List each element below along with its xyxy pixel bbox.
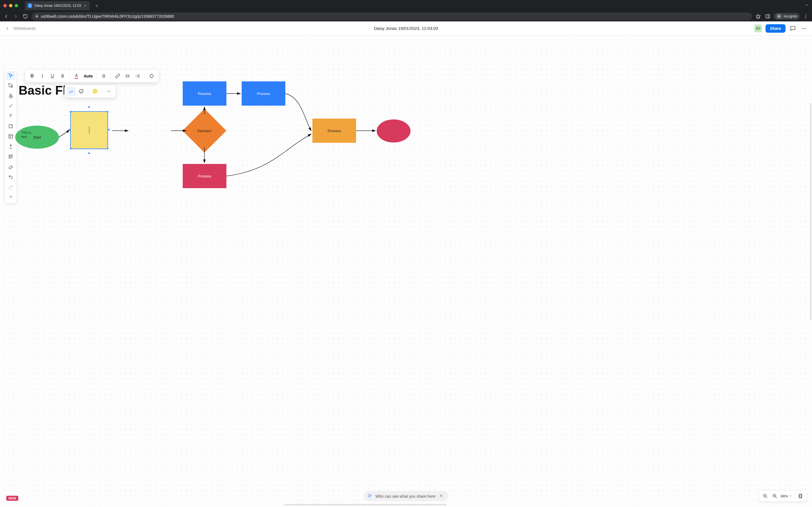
label: Process [198,174,211,178]
start-label: Start [33,135,41,139]
process-blue-1[interactable]: Process [183,81,226,106]
resize-handle-tr[interactable] [106,111,109,113]
svg-point-29 [126,75,126,75]
toolbar-separator [69,73,70,79]
underline-button[interactable]: U [48,71,57,80]
svg-line-13 [9,105,12,108]
toolbar-separator [88,88,88,94]
document-title[interactable]: Daisy Jonas 19/01/2023, 12:03:03 [374,26,438,31]
zoom-out-icon[interactable] [762,492,769,500]
window-minimize-dot[interactable] [9,4,12,7]
templates-tool-icon[interactable] [6,132,15,141]
zoom-in-icon[interactable] [771,492,778,500]
sticky-color-swatch[interactable] [91,87,100,96]
privacy-text[interactable]: Who can see what you share here [375,494,435,499]
tabs-overflow-chevron-icon[interactable] [805,3,809,8]
svg-point-8 [802,28,803,29]
canvas[interactable] [0,36,812,507]
sticky-more-icon[interactable] [104,87,113,96]
align-button[interactable] [99,71,108,80]
omnibox[interactable]: us06web.zoom.us/wb/doc/TLUgwvTtRhW4iL0Fl… [32,12,752,20]
process-blue-2[interactable]: Process [242,81,285,106]
zoom-level[interactable]: 88% [781,494,792,498]
nav-reload-icon[interactable] [22,13,29,20]
end-oval-partial[interactable] [377,119,410,143]
toolbar-separator [110,73,111,79]
undo-icon[interactable] [6,172,15,181]
svg-point-30 [126,76,126,76]
emoji-icon[interactable] [77,87,86,96]
browser-tab[interactable]: Z Daisy Jonas 19/01/2023, 12:03 × [25,1,90,10]
font-size-auto[interactable]: Auto [82,74,94,78]
process-amber[interactable]: Process [312,119,356,143]
start-extra-text: This is text [21,131,31,139]
bold-button[interactable]: B [28,71,37,80]
more-apps-tool-icon[interactable] [6,152,15,161]
resize-handle-br[interactable] [106,147,109,150]
eraser-tool-icon[interactable] [6,162,15,171]
bookmark-star-icon[interactable] [755,13,762,20]
browser-menu-icon[interactable] [802,13,809,20]
svg-point-7 [806,17,806,18]
connector-dot-top[interactable] [88,106,90,108]
browser-chrome: Z Daisy Jonas 19/01/2023, 12:03 × ＋ us06… [0,0,812,21]
vertical-scrollbar[interactable] [810,103,811,320]
comments-icon[interactable] [789,24,797,33]
sticky-tool-icon[interactable] [6,122,15,131]
fit-page-icon[interactable] [797,492,804,500]
shape-style-button[interactable] [147,71,156,80]
share-button[interactable]: Share [765,24,785,33]
tab-close-icon[interactable]: × [83,3,87,8]
text-color-button[interactable]: A [72,71,81,80]
shapes-tool-icon[interactable] [6,91,15,100]
text-tool-icon[interactable] [6,112,15,121]
svg-point-58 [371,495,372,496]
back-chevron-icon[interactable] [4,25,11,32]
resize-handle-tl[interactable] [70,111,72,113]
new-tab-button[interactable]: ＋ [92,2,101,9]
drag-handle-icon[interactable] [6,193,15,202]
window-close-dot[interactable] [3,4,7,7]
process-pink[interactable]: Process [183,164,226,188]
bulleted-list-button[interactable] [123,71,132,80]
svg-rect-18 [11,155,13,156]
new-badge[interactable]: NEW [6,496,18,501]
zoom-favicon: Z [28,3,32,8]
select-tool-icon[interactable] [6,71,15,80]
svg-point-44 [82,91,82,91]
connector-dot-left[interactable] [68,129,70,130]
horizontal-scrollbar[interactable] [284,504,447,505]
numbered-list-button[interactable]: 123 [133,71,142,80]
svg-point-4 [779,16,780,17]
tab-title: Daisy Jonas 19/01/2023, 12:03 [35,4,81,8]
svg-rect-19 [9,157,10,159]
window-zoom-dot[interactable] [15,4,18,7]
address-bar-right: Incognito [755,13,809,20]
upload-tool-icon[interactable] [6,142,15,151]
side-panel-icon[interactable] [764,13,771,20]
resize-handle-bl[interactable] [70,147,72,150]
incognito-pill[interactable]: Incognito [774,13,800,20]
svg-marker-11 [9,94,12,96]
breadcrumb[interactable]: Whiteboards [13,26,36,31]
nav-back-icon[interactable] [3,13,10,20]
connector-dot-bottom[interactable] [88,152,90,154]
strikethrough-button[interactable]: S [58,71,67,80]
more-menu-icon[interactable] [800,24,808,33]
svg-rect-69 [800,495,801,497]
sticky-note-selected[interactable] [71,112,107,149]
italic-button[interactable]: I [38,71,47,80]
svg-point-5 [806,14,806,15]
svg-point-43 [80,91,81,91]
svg-point-22 [11,196,12,196]
svg-point-48 [109,91,109,92]
link-button[interactable] [113,71,122,80]
pen-tool-icon[interactable] [6,81,15,90]
url-text: us06web.zoom.us/wb/doc/TLUgwvTtRhW4iL0Fl… [41,14,174,18]
connector-dot-right[interactable] [108,129,110,130]
line-tool-icon[interactable] [6,101,15,110]
canvas-title[interactable]: Basic Fl [18,83,66,98]
draw-on-sticky-icon[interactable] [66,87,75,96]
avatar[interactable]: DJ [754,24,762,33]
privacy-close-icon[interactable] [438,493,444,499]
